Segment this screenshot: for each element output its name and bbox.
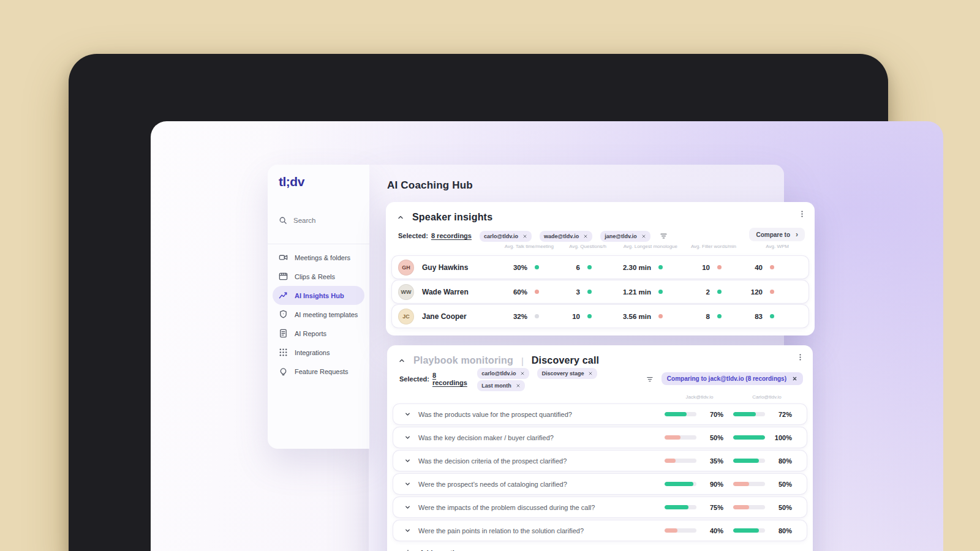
close-icon[interactable] — [588, 371, 593, 376]
search-button[interactable]: Search — [279, 216, 315, 225]
progress-bar — [665, 528, 696, 533]
close-icon[interactable] — [522, 234, 527, 239]
collapse-chevron-up-icon[interactable] — [398, 357, 405, 364]
percent-value: 72% — [770, 411, 792, 418]
metric-value: 3.56 min — [623, 313, 651, 320]
kebab-menu-icon[interactable] — [798, 210, 806, 218]
grid-dots-icon — [279, 348, 288, 357]
chevron-down-icon[interactable] — [404, 434, 411, 441]
filter-chip[interactable]: jane@tldv.io — [600, 231, 650, 242]
progress-bar — [733, 505, 765, 509]
comparing-chip[interactable]: Comparing to jack@tldv.io (8 recordings) — [662, 372, 803, 385]
question-row[interactable]: Was the decision criteria of the prospec… — [393, 451, 807, 471]
speaker-insights-panel: Speaker insights Selected: 8 recordings … — [386, 202, 815, 335]
sidebar-item-integrations[interactable]: Integrations — [273, 343, 364, 362]
metric-cell: 2.30 min — [592, 264, 663, 271]
speaker-chips: carlo@tldv.iowade@tldv.iojane@tldv.io — [472, 230, 650, 242]
sidebar-item-label: Integrations — [295, 349, 330, 356]
report-doc-icon — [279, 329, 288, 338]
metric-value: 10 — [702, 264, 710, 271]
recordings-link[interactable]: 8 recordings — [431, 232, 472, 239]
speaker-rows: GHGuy Hawkins30%62.30 min1040WWWade Warr… — [392, 256, 809, 328]
trend-chart-icon — [279, 291, 288, 300]
filter-chip-label: Last month — [481, 383, 511, 389]
percent-value: 70% — [701, 411, 723, 418]
close-icon[interactable] — [792, 376, 797, 381]
recordings-link[interactable]: 8 recordings — [432, 372, 469, 386]
sidebar-item-label: Clips & Reels — [295, 273, 335, 280]
close-icon[interactable] — [583, 234, 588, 239]
title-separator: | — [521, 356, 524, 366]
avatar: WW — [398, 284, 414, 300]
percent-value: 50% — [701, 434, 723, 441]
kebab-menu-icon[interactable] — [796, 353, 804, 361]
sidebar-item-label: Meetings & folders — [295, 254, 350, 261]
column-header: Avg. Filler words/min — [677, 244, 736, 249]
speaker-row[interactable]: JCJane Cooper32%103.56 min883 — [392, 305, 809, 328]
speaker-row[interactable]: GHGuy Hawkins30%62.30 min1040 — [392, 256, 809, 279]
screen: AI Coaching Hub tl;dv Search Meetings & … — [151, 121, 943, 551]
progress-bar — [733, 412, 765, 416]
status-dot-green — [587, 290, 592, 294]
sidebar-item-insights-hub[interactable]: AI Insights Hub — [273, 286, 364, 305]
compare-to-button[interactable]: Compare to › — [749, 228, 805, 241]
filter-funnel-icon[interactable] — [646, 375, 654, 383]
question-row[interactable]: Was the key decision maker / buyer clari… — [393, 427, 807, 448]
column-header: Avg. Talk time/meeting — [497, 244, 554, 249]
sidebar-item-clips[interactable]: Clips & Reels — [273, 267, 364, 286]
collapse-chevron-up-icon[interactable] — [397, 214, 404, 221]
speaker-column-headers: Avg. Talk time/meetingAvg. Questions/hAv… — [392, 244, 809, 249]
filter-chip[interactable]: Discovery stage — [537, 368, 597, 379]
filter-chip[interactable]: Last month — [477, 380, 525, 391]
filter-chip[interactable]: carlo@tldv.io — [477, 368, 529, 379]
chevron-down-icon[interactable] — [404, 411, 411, 418]
video-camera-icon — [279, 253, 288, 262]
percent-value: 40% — [701, 527, 723, 534]
close-icon[interactable] — [516, 383, 521, 388]
question-row[interactable]: Were the impacts of the problem discusse… — [393, 497, 807, 517]
clapperboard-icon — [279, 272, 288, 281]
sidebar-item-reports[interactable]: AI Reports — [273, 324, 364, 343]
status-dot-green — [587, 314, 592, 318]
metric-value: 1.21 min — [623, 288, 651, 296]
filter-chip[interactable]: carlo@tldv.io — [480, 231, 532, 242]
speaker-row[interactable]: WWWade Warren60%31.21 min2120 — [392, 280, 809, 303]
chevron-down-icon[interactable] — [404, 527, 411, 534]
status-dot-green — [770, 314, 774, 318]
speaker-name: Wade Warren — [422, 288, 483, 296]
shield-icon — [279, 310, 288, 319]
metric-cell: 30% — [483, 264, 539, 271]
laptop-frame: AI Coaching Hub tl;dv Search Meetings & … — [69, 54, 888, 551]
filter-chip[interactable]: wade@tldv.io — [540, 231, 592, 242]
status-dot-green — [587, 265, 592, 269]
question-row[interactable]: Were the prospect's needs of cataloging … — [393, 474, 807, 494]
filter-funnel-icon[interactable] — [660, 232, 668, 240]
search-label: Search — [293, 217, 315, 224]
metric-cell: 1.21 min — [592, 288, 663, 296]
chevron-down-icon[interactable] — [404, 481, 411, 487]
close-icon[interactable] — [520, 371, 525, 376]
metric-cell: 60% — [483, 288, 539, 296]
sidebar-item-features[interactable]: Feature Requests — [273, 362, 364, 381]
question-text: Were the impacts of the problem discusse… — [418, 504, 665, 511]
sidebar-item-meetings[interactable]: Meetings & folders — [273, 248, 364, 267]
add-question-button[interactable]: Add question — [393, 544, 807, 551]
question-row[interactable]: Were the pain points in relation to the … — [393, 520, 807, 541]
chevron-down-icon[interactable] — [404, 504, 411, 511]
chevron-down-icon[interactable] — [404, 457, 411, 464]
status-dot-gray — [535, 314, 539, 318]
speaker-filter-row: Selected: 8 recordings carlo@tldv.iowade… — [398, 229, 723, 242]
metric-cell: 40 — [722, 264, 774, 271]
metric-cell: 32% — [483, 313, 539, 320]
progress-bar — [733, 528, 765, 533]
filter-chip-label: wade@tldv.io — [544, 233, 579, 239]
sidebar-item-templates[interactable]: AI meeting templates — [273, 305, 364, 324]
close-icon[interactable] — [641, 234, 646, 239]
compare-to-label: Compare to — [756, 231, 790, 238]
question-row[interactable]: Was the products value for the prospect … — [393, 404, 807, 424]
search-icon — [279, 216, 287, 225]
playbook-title-muted: Playbook monitoring — [413, 355, 513, 366]
metric-cell: 8 — [663, 313, 722, 320]
progress-bar — [665, 505, 696, 509]
playbook-header: Playbook monitoring | Discovery call — [398, 353, 788, 368]
